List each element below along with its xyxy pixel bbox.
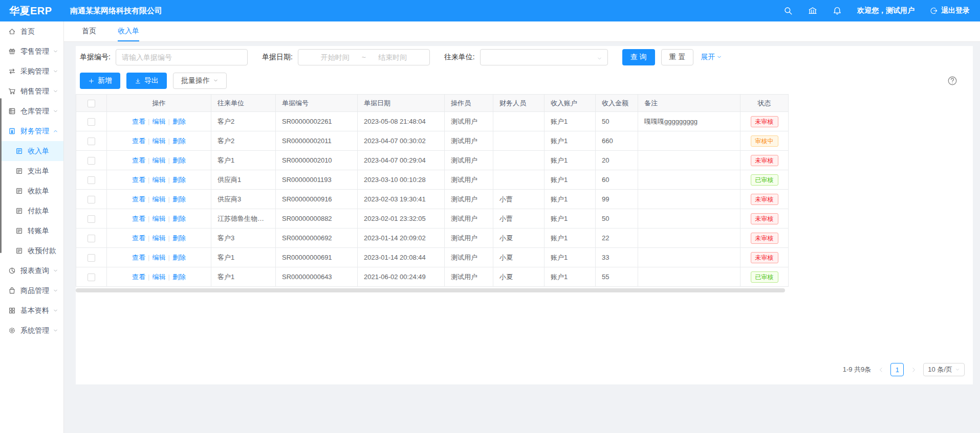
row-action-delete[interactable]: 删除: [172, 254, 186, 261]
row-action-edit[interactable]: 编辑: [153, 215, 166, 222]
sidebar-item-transfer-receipt[interactable]: 转账单: [0, 221, 63, 241]
sidebar-item-expense-receipt[interactable]: 支出单: [0, 161, 63, 181]
date-start-input[interactable]: [311, 53, 360, 61]
logout-button[interactable]: 退出登录: [930, 6, 970, 15]
add-button[interactable]: 新增: [80, 73, 120, 89]
table-row: 查看|编辑|删除江苏德鲁生物科技有限...SR000000008822023-0…: [76, 209, 789, 229]
swap-icon: [8, 67, 16, 75]
row-action-view[interactable]: 查看: [132, 273, 145, 281]
batch-label: 批量操作: [181, 76, 210, 85]
bill-no-input[interactable]: [116, 49, 248, 65]
tab-income-receipt[interactable]: 收入单: [118, 21, 139, 41]
sidebar-item-sales[interactable]: 销售管理: [0, 81, 63, 101]
row-action-view[interactable]: 查看: [132, 137, 145, 145]
row-action-delete[interactable]: 删除: [172, 273, 186, 281]
row-checkbox[interactable]: [88, 157, 95, 165]
row-action-view[interactable]: 查看: [132, 234, 145, 242]
row-action-delete[interactable]: 删除: [172, 156, 186, 164]
sidebar-item-income-receipt[interactable]: 收入单: [0, 141, 63, 161]
sidebar-item-retail[interactable]: 零售管理: [0, 41, 63, 61]
row-checkbox[interactable]: [88, 176, 95, 184]
action-separator: |: [148, 176, 149, 184]
action-separator: |: [168, 195, 170, 203]
action-separator: |: [148, 273, 149, 281]
row-action-delete[interactable]: 删除: [172, 137, 186, 145]
bank-icon[interactable]: [808, 6, 817, 15]
row-action-delete[interactable]: 删除: [172, 234, 186, 242]
next-page-button[interactable]: [908, 363, 919, 376]
cell-bill-no: SR00000002011: [276, 131, 358, 151]
status-badge: 已审核: [751, 271, 778, 283]
cell-remark: 嘎嘎嘎ggggggggg: [638, 112, 741, 131]
sidebar-item-warehouse[interactable]: 仓库管理: [0, 101, 63, 121]
row-checkbox[interactable]: [88, 274, 95, 281]
date-end-input[interactable]: [368, 53, 417, 61]
row-action-edit[interactable]: 编辑: [153, 118, 166, 125]
storage-icon: [8, 107, 16, 115]
pie-icon: [8, 267, 16, 275]
cell-actions: 查看|编辑|删除: [107, 267, 211, 287]
cell-income-amount: 50: [596, 112, 638, 131]
row-action-view[interactable]: 查看: [132, 254, 145, 261]
row-action-delete[interactable]: 删除: [172, 215, 186, 222]
action-separator: |: [148, 118, 149, 125]
row-action-view[interactable]: 查看: [132, 156, 145, 164]
table-horizontal-scrollbar[interactable]: [76, 288, 788, 292]
sidebar-item-home[interactable]: 首页: [0, 21, 63, 41]
cell-bill-no: SR00000002010: [276, 151, 358, 170]
sidebar-scrollbar[interactable]: [0, 98, 2, 253]
search-icon[interactable]: [783, 6, 793, 15]
row-action-view[interactable]: 查看: [132, 215, 145, 222]
batch-operations-button[interactable]: 批量操作: [173, 73, 227, 89]
row-action-view[interactable]: 查看: [132, 176, 145, 184]
row-checkbox[interactable]: [88, 118, 95, 126]
row-action-edit[interactable]: 编辑: [153, 195, 166, 203]
row-action-edit[interactable]: 编辑: [153, 156, 166, 164]
row-checkbox[interactable]: [88, 215, 95, 223]
sidebar-item-finance[interactable]: 财务管理: [0, 121, 63, 141]
row-action-delete[interactable]: 删除: [172, 176, 186, 184]
row-action-edit[interactable]: 编辑: [153, 176, 166, 184]
row-action-view[interactable]: 查看: [132, 195, 145, 203]
row-action-edit[interactable]: 编辑: [153, 273, 166, 281]
sidebar-item-basic-data[interactable]: 基本资料: [0, 301, 63, 321]
row-checkbox[interactable]: [88, 235, 95, 242]
cell-income-amount: 660: [596, 131, 638, 151]
bell-icon[interactable]: [833, 6, 842, 15]
row-checkbox[interactable]: [88, 254, 95, 262]
reset-button[interactable]: 重 置: [661, 49, 694, 65]
cell-operator: 测试用户: [445, 190, 493, 209]
sidebar-item-payment-receipt[interactable]: 付款单: [0, 201, 63, 221]
partner-select[interactable]: [480, 49, 608, 65]
select-all-checkbox[interactable]: [88, 100, 95, 107]
logout-label: 退出登录: [941, 6, 970, 15]
row-checkbox[interactable]: [88, 196, 95, 203]
row-action-delete[interactable]: 删除: [172, 118, 186, 125]
row-checkbox[interactable]: [88, 138, 95, 145]
help-icon[interactable]: [947, 76, 957, 86]
row-action-view[interactable]: 查看: [132, 118, 145, 125]
page-size-select[interactable]: 10 条/页: [923, 363, 965, 376]
row-action-edit[interactable]: 编辑: [153, 234, 166, 242]
row-action-edit[interactable]: 编辑: [153, 254, 166, 261]
page-number-button[interactable]: 1: [890, 363, 904, 376]
tab-home[interactable]: 首页: [82, 21, 96, 41]
search-button[interactable]: 查 询: [622, 49, 655, 65]
date-range-picker[interactable]: ~: [298, 49, 430, 65]
sidebar-item-advance-receipt[interactable]: 收预付款: [0, 241, 63, 261]
sidebar-item-system[interactable]: 系统管理: [0, 321, 63, 340]
bill-no-label: 单据编号:: [80, 53, 111, 62]
cell-income-amount: 55: [596, 267, 638, 287]
export-button[interactable]: 导出: [126, 73, 167, 89]
column-header-bill-no: 单据编号: [276, 95, 358, 112]
prev-page-button[interactable]: [875, 363, 886, 376]
sidebar-item-goods[interactable]: 商品管理: [0, 281, 63, 301]
sidebar-item-reports[interactable]: 报表查询: [0, 261, 63, 281]
expand-link[interactable]: 展开: [701, 53, 722, 62]
cell-partner: 江苏德鲁生物科技有限...: [211, 209, 276, 229]
sidebar-item-collection-receipt[interactable]: 收款单: [0, 181, 63, 201]
row-action-delete[interactable]: 删除: [172, 195, 186, 203]
sidebar-item-purchase[interactable]: 采购管理: [0, 61, 63, 81]
row-action-edit[interactable]: 编辑: [153, 137, 166, 145]
doc-icon: [15, 187, 23, 195]
